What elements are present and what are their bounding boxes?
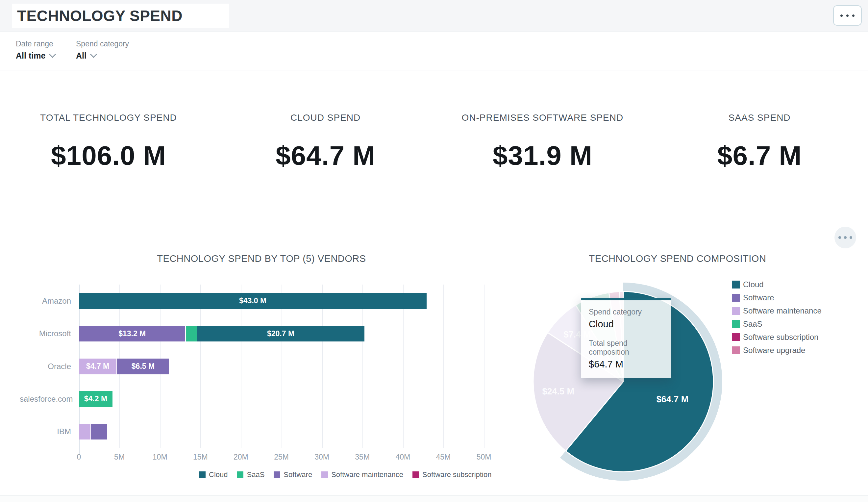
kpi-value: $6.7 M bbox=[651, 140, 868, 171]
bar-segment-microsoft-software[interactable]: $13.2 M bbox=[79, 326, 185, 341]
kpi-saas-spend: SAAS SPEND $6.7 M bbox=[651, 70, 868, 171]
legend-label: Software maintenance bbox=[743, 306, 822, 316]
legend-item-software[interactable]: Software bbox=[273, 470, 312, 479]
chart-tooltip: Spend category Cloud Total spend composi… bbox=[581, 298, 671, 378]
legend-swatch bbox=[237, 471, 244, 478]
legend-item-saas[interactable]: SaaS bbox=[732, 319, 822, 329]
bar-gridline bbox=[322, 285, 323, 448]
bar-segment-microsoft-saas[interactable] bbox=[186, 326, 197, 341]
legend-item-software-maintenance[interactable]: Software maintenance bbox=[321, 470, 403, 479]
page-header: TECHNOLOGY SPEND bbox=[0, 0, 868, 32]
legend-swatch bbox=[732, 333, 740, 341]
tooltip-divider bbox=[589, 378, 663, 378]
bar-gridline bbox=[443, 285, 444, 448]
filter-value: All bbox=[76, 51, 86, 61]
legend-label: Software bbox=[283, 470, 312, 479]
kpi-total-technology-spend: TOTAL TECHNOLOGY SPEND $106.0 M bbox=[0, 70, 217, 171]
kpi-row: TOTAL TECHNOLOGY SPEND $106.0 M CLOUD SP… bbox=[0, 70, 868, 171]
bar-value-label: $13.2 M bbox=[118, 329, 146, 338]
legend-label: Software maintenance bbox=[331, 470, 403, 479]
header-menu-button[interactable] bbox=[833, 5, 862, 25]
x-axis-tick-label: 30M bbox=[302, 453, 342, 462]
bar-segment-oracle-software[interactable]: $6.5 M bbox=[117, 359, 169, 375]
bar-value-label: $20.7 M bbox=[267, 329, 294, 338]
chevron-down-icon bbox=[49, 51, 56, 58]
legend-item-cloud[interactable]: Cloud bbox=[732, 280, 822, 289]
pie-chart-legend: CloudSoftwareSoftware maintenanceSaaSSof… bbox=[732, 280, 822, 355]
filter-date-range[interactable]: Date range All time bbox=[16, 40, 55, 61]
pie-chart-spend-composition: TECHNOLOGY SPEND COMPOSITION $64.7 M$24.… bbox=[507, 249, 862, 502]
y-axis-category-label: Amazon bbox=[20, 296, 71, 306]
legend-item-software[interactable]: Software bbox=[732, 293, 822, 302]
x-axis-tick-label: 20M bbox=[221, 453, 260, 462]
dashboard-title-box[interactable]: TECHNOLOGY SPEND bbox=[12, 4, 229, 28]
kpi-label: TOTAL TECHNOLOGY SPEND bbox=[0, 113, 217, 123]
bar-chart-legend: CloudSaaSSoftwareSoftware maintenanceSof… bbox=[199, 470, 492, 479]
bar-chart-top-vendors: TECHNOLOGY SPEND BY TOP (5) VENDORS 05M1… bbox=[20, 249, 503, 499]
legend-item-cloud[interactable]: Cloud bbox=[199, 470, 228, 479]
x-axis-tick-label: 40M bbox=[383, 453, 423, 462]
x-axis-tick-label: 15M bbox=[180, 453, 220, 462]
legend-item-software-upgrade[interactable]: Software upgrade bbox=[732, 346, 822, 355]
bar-gridline bbox=[403, 285, 404, 448]
legend-item-saas[interactable]: SaaS bbox=[237, 470, 265, 479]
bar-gridline bbox=[362, 285, 363, 448]
y-axis-category-label: Oracle bbox=[20, 362, 71, 371]
x-axis-tick-label: 45M bbox=[424, 453, 463, 462]
legend-item-software-subscription[interactable]: Software subscription bbox=[732, 332, 822, 342]
tooltip-field-value: Cloud bbox=[589, 319, 663, 330]
bar-gridline bbox=[241, 285, 241, 448]
legend-label: SaaS bbox=[247, 470, 265, 479]
legend-swatch bbox=[321, 471, 328, 478]
legend-label: Software upgrade bbox=[743, 346, 805, 355]
bar-gridline bbox=[484, 285, 485, 448]
y-axis-category-label: salesforce.com bbox=[20, 395, 71, 404]
x-axis-tick-label: 35M bbox=[343, 453, 382, 462]
tooltip-metric-value: $64.7 M bbox=[589, 359, 663, 370]
kpi-cloud-spend: CLOUD SPEND $64.7 M bbox=[217, 70, 434, 171]
x-axis-tick-label: 50M bbox=[464, 453, 504, 462]
filter-value: All time bbox=[16, 51, 45, 61]
bar-segment-salesforce.com-saas[interactable]: $4.2 M bbox=[79, 391, 113, 407]
legend-swatch bbox=[732, 280, 740, 288]
bar-segment-amazon-cloud[interactable]: $43.0 M bbox=[79, 293, 427, 309]
bar-value-label: $6.5 M bbox=[132, 362, 155, 371]
bar-segment-microsoft-cloud[interactable]: $20.7 M bbox=[197, 326, 364, 341]
x-axis-tick-label: 25M bbox=[262, 453, 301, 462]
pie-slice-value-label: $64.7 M bbox=[657, 395, 689, 404]
bar-segment-ibm-software[interactable] bbox=[91, 424, 107, 440]
filter-label: Spend category bbox=[76, 40, 129, 48]
bar-gridline bbox=[200, 285, 201, 448]
legend-swatch bbox=[732, 320, 740, 328]
kpi-value: $64.7 M bbox=[217, 140, 434, 171]
legend-label: SaaS bbox=[743, 319, 762, 329]
chevron-down-icon bbox=[90, 51, 97, 58]
bar-gridline bbox=[281, 285, 282, 448]
filter-spend-category[interactable]: Spend category All bbox=[76, 40, 129, 61]
filter-label: Date range bbox=[16, 40, 55, 48]
section-menu-button[interactable] bbox=[835, 227, 856, 248]
legend-item-software-subscription[interactable]: Software subscription bbox=[412, 470, 492, 479]
tooltip-metric-label: Total spend composition bbox=[589, 339, 663, 357]
legend-item-software-maintenance[interactable]: Software maintenance bbox=[732, 306, 822, 316]
legend-label: Software subscription bbox=[743, 332, 818, 342]
kpi-label: CLOUD SPEND bbox=[217, 113, 434, 123]
bar-segment-ibm-software-maintenance[interactable] bbox=[79, 424, 91, 440]
legend-label: Software subscription bbox=[422, 470, 492, 479]
x-axis-tick-label: 0 bbox=[59, 453, 99, 462]
pie-chart-title: TECHNOLOGY SPEND COMPOSITION bbox=[507, 253, 849, 264]
legend-swatch bbox=[732, 307, 740, 315]
bar-segment-oracle-software-maintenance[interactable]: $4.7 M bbox=[79, 359, 116, 375]
kpi-value: $31.9 M bbox=[434, 140, 651, 171]
kpi-label: ON-PREMISES SOFTWARE SPEND bbox=[434, 113, 651, 123]
legend-swatch bbox=[412, 471, 419, 478]
next-section-edge bbox=[0, 495, 868, 502]
filter-bar: Date range All time Spend category All bbox=[0, 32, 868, 70]
bar-value-label: $43.0 M bbox=[239, 296, 266, 305]
kpi-label: SAAS SPEND bbox=[651, 113, 868, 123]
x-axis-tick-label: 10M bbox=[140, 453, 179, 462]
pie-slice-value-label: $24.5 M bbox=[542, 387, 575, 397]
y-axis-category-label: Microsoft bbox=[20, 329, 71, 338]
x-axis-tick-label: 5M bbox=[100, 453, 139, 462]
page-title: TECHNOLOGY SPEND bbox=[17, 7, 183, 25]
